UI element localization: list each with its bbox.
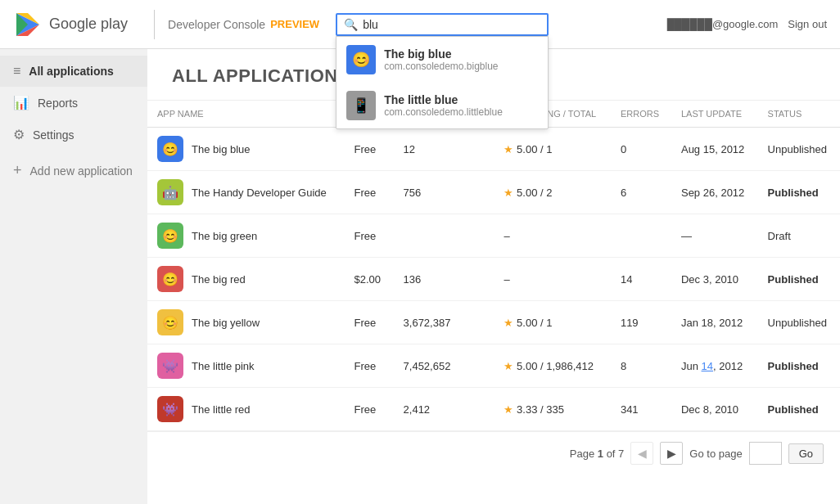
- search-input[interactable]: [363, 18, 526, 31]
- logo-area: Google play: [13, 10, 128, 39]
- sign-out-link[interactable]: Sign out: [788, 18, 827, 30]
- search-result-big-blue[interactable]: 😊 The big blue com.consoledemo.bigblue: [336, 37, 548, 83]
- app-name: The big yellow: [192, 317, 260, 329]
- preview-badge: PREVIEW: [270, 18, 319, 30]
- app-last-update: Dec 8, 2010: [671, 388, 758, 431]
- sidebar-label-reports: Reports: [38, 97, 78, 110]
- app-rating: –: [494, 258, 610, 301]
- app-name: The little pink: [192, 360, 255, 372]
- user-email: ██████@google.com: [667, 18, 779, 30]
- app-name: The big red: [192, 273, 246, 286]
- sidebar-label-all-apps: All applications: [29, 65, 113, 78]
- table-row[interactable]: 🤖 The Handy Developer Guide Free756★ 5.0…: [147, 171, 840, 214]
- app-price: $2.00: [345, 258, 394, 301]
- go-button[interactable]: Go: [788, 443, 824, 464]
- app-name-cell: 😊 The big yellow: [147, 301, 345, 344]
- app-installs: 12: [394, 128, 495, 171]
- app-icon: 😊: [157, 223, 183, 249]
- app-icon: 😊: [157, 266, 183, 292]
- prev-page-button[interactable]: ◀: [630, 442, 653, 465]
- app-rating: ★ 3.33 / 335: [494, 388, 610, 431]
- star-icon: ★: [504, 317, 513, 329]
- little-blue-icon: 📱: [346, 91, 376, 120]
- plus-icon: +: [13, 162, 22, 179]
- page-label: Page 1 of 7: [570, 448, 625, 460]
- search-result-little-blue[interactable]: 📱 The little blue com.consoledemo.little…: [336, 83, 548, 128]
- app-price: Free: [345, 171, 394, 214]
- table-row[interactable]: 👾 The little red Free2,412★ 3.33 / 33534…: [147, 388, 840, 431]
- app-errors: 6: [611, 171, 671, 214]
- go-to-page-input[interactable]: [749, 442, 782, 465]
- app-name: The big blue: [192, 143, 251, 155]
- app-status: Draft: [758, 214, 840, 258]
- app-status: Published: [758, 258, 840, 301]
- app-name: The little red: [192, 403, 251, 416]
- table-row[interactable]: 👾 The little pink Free7,452,652★ 5.00 / …: [147, 344, 840, 388]
- app-rating: ★ 5.00 / 1: [494, 128, 610, 171]
- app-installs: 7,452,652: [394, 344, 495, 388]
- next-page-button[interactable]: ▶: [660, 442, 683, 465]
- table-row[interactable]: 😊 The big green Free–—Draft: [147, 214, 840, 258]
- sidebar-item-all-applications[interactable]: ≡ All applications: [0, 56, 147, 87]
- app-name: The Handy Developer Guide: [192, 187, 327, 199]
- app-last-update: Aug 15, 2012: [671, 128, 758, 171]
- col-status: STATUS: [758, 101, 840, 128]
- menu-icon: ≡: [13, 64, 20, 79]
- col-last-update: LAST UPDATE: [671, 101, 758, 128]
- app-installs: [394, 214, 495, 258]
- app-name: The big green: [192, 230, 257, 242]
- app-status: Published: [758, 344, 840, 388]
- app-errors: 14: [611, 258, 671, 301]
- app-table: APP NAME PRICE ACTIVE INSTALLS AVG. RATI…: [147, 101, 840, 431]
- col-app-name: APP NAME: [147, 101, 345, 128]
- app-errors: [611, 214, 671, 258]
- add-new-application-button[interactable]: + Add new application: [0, 154, 147, 187]
- app-name-cell: 👾 The little red: [147, 388, 345, 431]
- col-errors: ERRORS: [611, 101, 671, 128]
- star-icon: ★: [504, 403, 513, 416]
- app-price: Free: [345, 301, 394, 344]
- big-blue-icon: 😊: [346, 45, 376, 74]
- search-icon: 🔍: [344, 18, 358, 31]
- app-last-update: Jan 18, 2012: [671, 301, 758, 344]
- app-installs: 756: [394, 171, 495, 214]
- go-to-page-label: Go to page: [689, 448, 742, 460]
- sidebar-item-reports[interactable]: 📊 Reports: [0, 87, 147, 119]
- search-area: 🔍 😊 The big blue com.consoledemo.bigblue…: [336, 13, 549, 36]
- table-row[interactable]: 😊 The big red $2.00136–14Dec 3, 2010Publ…: [147, 258, 840, 301]
- app-last-update: Sep 26, 2012: [671, 171, 758, 214]
- app-price: Free: [345, 214, 394, 258]
- reports-icon: 📊: [13, 95, 29, 110]
- app-errors: 341: [611, 388, 671, 431]
- app-name-cell: 😊 The big red: [147, 258, 345, 301]
- app-name-cell: 😊 The big green: [147, 214, 345, 258]
- app-icon: 👾: [157, 353, 183, 379]
- google-play-logo: [13, 10, 43, 39]
- add-new-label: Add new application: [30, 164, 133, 178]
- logo-text: Google play: [49, 16, 128, 33]
- header-divider: [154, 10, 155, 39]
- app-last-update: Dec 3, 2010: [671, 258, 758, 301]
- app-status: Unpublished: [758, 301, 840, 344]
- star-icon: ★: [504, 187, 513, 199]
- app-table-body: 😊 The big blue Free12★ 5.00 / 10Aug 15, …: [147, 128, 840, 431]
- app-icon: 🤖: [157, 179, 183, 205]
- app-status: Published: [758, 171, 840, 214]
- sidebar: ≡ All applications 📊 Reports ⚙ Settings …: [0, 49, 147, 504]
- sidebar-item-settings[interactable]: ⚙ Settings: [0, 119, 147, 151]
- table-row[interactable]: 😊 The big yellow Free3,672,387★ 5.00 / 1…: [147, 301, 840, 344]
- user-area: ██████@google.com Sign out: [667, 18, 827, 30]
- search-result-name-2: The little blue: [384, 93, 503, 106]
- table-row[interactable]: 😊 The big blue Free12★ 5.00 / 10Aug 15, …: [147, 128, 840, 171]
- dev-console-label: Developer Console: [168, 18, 265, 31]
- star-icon: ★: [504, 360, 513, 372]
- search-input-wrapper: 🔍: [336, 13, 549, 36]
- app-name-cell: 👾 The little pink: [147, 344, 345, 388]
- sidebar-label-settings: Settings: [33, 128, 75, 142]
- app-last-update: Jun 14, 2012: [671, 344, 758, 388]
- search-result-package: com.consoledemo.bigblue: [384, 61, 498, 72]
- search-result-name: The big blue: [384, 47, 498, 61]
- app-errors: 8: [611, 344, 671, 388]
- app-icon: 👾: [157, 396, 183, 422]
- search-result-package-2: com.consoledemo.littleblue: [384, 106, 503, 118]
